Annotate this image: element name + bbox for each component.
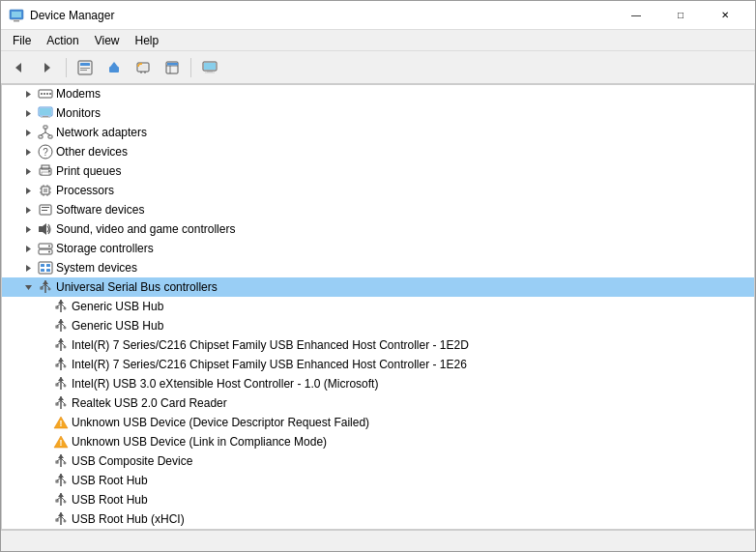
tree-item-usb-11[interactable]: USB Root Hub: [2, 490, 754, 509]
svg-rect-117: [56, 345, 58, 347]
tree-label-usb-1: Generic USB Hub: [72, 300, 163, 313]
tree-item-usb-7[interactable]: !Unknown USB Device (Device Descriptor R…: [2, 413, 754, 432]
svg-rect-9: [80, 70, 87, 71]
menu-file[interactable]: File: [5, 32, 39, 49]
expand-icon-processors[interactable]: [21, 184, 35, 197]
svg-point-164: [64, 520, 66, 522]
svg-marker-4: [15, 63, 21, 73]
forward-button[interactable]: [34, 55, 61, 80]
tree-item-sound[interactable]: Sound, video and game controllers: [2, 219, 754, 239]
expand-icon-network[interactable]: [21, 126, 35, 139]
expand-icon-monitors[interactable]: [21, 106, 35, 120]
tree-label-storage: Storage controllers: [56, 242, 154, 255]
modem-icon: [38, 86, 53, 102]
expand-icon-usb-12[interactable]: [37, 512, 50, 526]
toolbar-sep-1: [66, 58, 67, 77]
svg-rect-151: [56, 480, 58, 482]
sound-icon: [38, 221, 53, 237]
expand-icon-usb-8[interactable]: [37, 435, 50, 449]
minimize-button[interactable]: —: [614, 1, 658, 30]
expand-icon-usb-6[interactable]: [37, 396, 50, 410]
tree-item-usb-8[interactable]: !Unknown USB Device (Link in Compliance …: [2, 432, 754, 451]
usb-hub-icon: [53, 395, 69, 411]
svg-marker-80: [26, 226, 31, 233]
usb-hub-icon: [53, 473, 69, 488]
processor-icon: [38, 183, 53, 198]
svg-rect-8: [80, 68, 90, 69]
tree-item-usb-6[interactable]: Realtek USB 2.0 Card Reader: [2, 393, 754, 413]
svg-point-43: [46, 93, 48, 95]
expand-icon-usb-9[interactable]: [37, 454, 50, 468]
svg-rect-157: [56, 500, 58, 502]
tree-item-usb-9[interactable]: USB Composite Device: [2, 451, 754, 471]
svg-rect-20: [167, 63, 178, 66]
expand-icon-usb-root[interactable]: [21, 280, 35, 294]
expand-icon-sound[interactable]: [21, 222, 35, 236]
expand-icon-usb-5[interactable]: [37, 377, 50, 391]
menu-view[interactable]: View: [87, 32, 128, 49]
expand-icon-system[interactable]: [21, 261, 35, 275]
properties-button[interactable]: [72, 55, 99, 80]
update-button[interactable]: [101, 55, 128, 80]
tree-item-usb-4[interactable]: Intel(R) 7 Series/C216 Chipset Family US…: [2, 355, 754, 374]
expand-icon-usb-4[interactable]: [37, 358, 50, 371]
expand-icon-usb-3[interactable]: [37, 338, 50, 352]
svg-point-87: [48, 251, 50, 253]
tree-item-software[interactable]: Software devices: [2, 200, 754, 219]
svg-line-55: [41, 132, 45, 135]
tree-item-usb-10[interactable]: USB Root Hub: [2, 471, 754, 490]
close-button[interactable]: ✕: [703, 1, 747, 30]
tree-label-usb-5: Intel(R) USB 3.0 eXtensible Host Control…: [72, 377, 378, 391]
tree-item-usb-5[interactable]: Intel(R) USB 3.0 eXtensible Host Control…: [2, 374, 754, 393]
svg-rect-129: [56, 384, 58, 386]
rollback-button[interactable]: [130, 55, 157, 80]
svg-point-41: [41, 93, 43, 95]
tree-label-software: Software devices: [56, 203, 144, 217]
maximize-button[interactable]: □: [658, 1, 703, 30]
svg-rect-111: [56, 326, 58, 328]
expand-icon-usb-1[interactable]: [37, 300, 50, 313]
tree-item-network[interactable]: Network adapters: [2, 123, 754, 142]
menu-help[interactable]: Help: [128, 32, 167, 49]
device-tree[interactable]: KeyboardsMice and other pointing devices…: [1, 84, 755, 530]
svg-marker-126: [58, 377, 64, 381]
resources-button[interactable]: [159, 55, 186, 80]
tree-item-system[interactable]: System devices: [2, 258, 754, 277]
tree-item-print[interactable]: Print queues: [2, 161, 754, 181]
svg-rect-52: [39, 135, 43, 138]
svg-rect-145: [56, 461, 58, 463]
expand-icon-usb-11[interactable]: [37, 493, 50, 507]
menu-action[interactable]: Action: [39, 32, 86, 49]
svg-rect-105: [56, 306, 58, 308]
tree-item-storage[interactable]: Storage controllers: [2, 239, 754, 258]
monitor-button[interactable]: [196, 55, 223, 80]
expand-icon-print[interactable]: [21, 164, 35, 178]
expand-icon-usb-7[interactable]: [37, 416, 50, 429]
expand-icon-usb-10[interactable]: [37, 474, 50, 487]
tree-item-modems[interactable]: Modems: [2, 84, 754, 103]
expand-icon-modems[interactable]: [21, 87, 35, 101]
tree-item-usb-1[interactable]: Generic USB Hub: [2, 297, 754, 316]
tree-label-usb-12: USB Root Hub (xHCI): [72, 512, 185, 526]
tree-item-usb-12[interactable]: USB Root Hub (xHCI): [2, 509, 754, 529]
tree-item-processors[interactable]: Processors: [2, 181, 754, 200]
tree-item-usb-root[interactable]: Universal Serial Bus controllers: [2, 277, 754, 297]
menu-bar: File Action View Help: [1, 30, 755, 51]
svg-line-56: [45, 132, 50, 135]
tree-item-monitors[interactable]: Monitors: [2, 103, 754, 123]
expand-icon-usb-2[interactable]: [37, 319, 50, 333]
tree-item-usb-3[interactable]: Intel(R) 7 Series/C216 Chipset Family US…: [2, 335, 754, 355]
expand-icon-other[interactable]: [21, 145, 35, 159]
expand-icon-storage[interactable]: [21, 242, 35, 255]
svg-marker-102: [58, 300, 64, 304]
svg-marker-60: [26, 168, 31, 175]
tree-item-usb-2[interactable]: Generic USB Hub: [2, 316, 754, 335]
tree-item-other[interactable]: ?Other devices: [2, 142, 754, 161]
svg-rect-1: [12, 12, 21, 17]
expand-icon-software[interactable]: [21, 203, 35, 217]
window-title: Device Manager: [30, 9, 614, 22]
back-button[interactable]: [5, 55, 32, 80]
tree-label-usb-10: USB Root Hub: [72, 474, 148, 487]
usb-hub-icon: [53, 492, 69, 508]
svg-rect-79: [42, 210, 47, 211]
